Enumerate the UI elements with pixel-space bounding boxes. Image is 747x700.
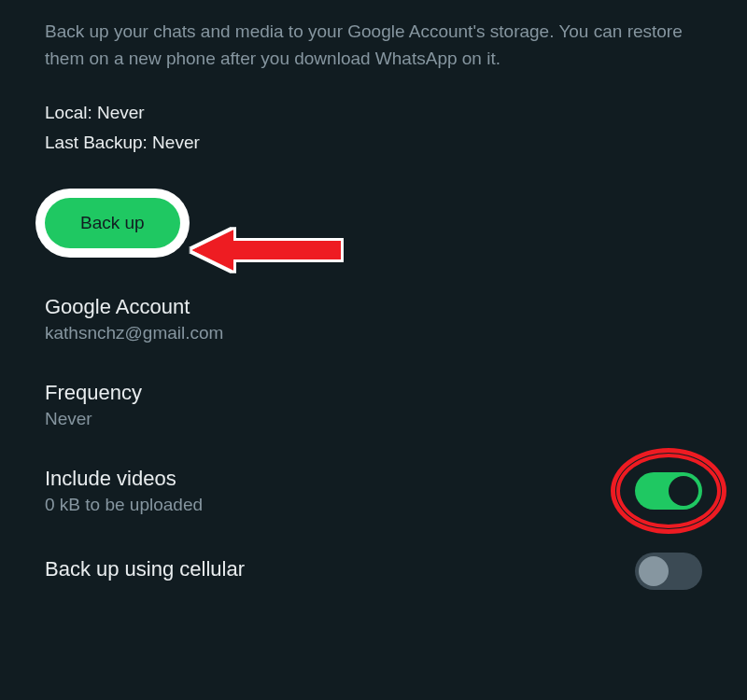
arrow-annotation-icon <box>182 222 350 278</box>
toggle-thumb-icon <box>639 556 669 586</box>
backup-description: Back up your chats and media to your Goo… <box>45 19 702 72</box>
include-videos-row: Include videos 0 kB to be uploaded <box>45 467 702 515</box>
backup-cellular-toggle[interactable] <box>635 553 702 590</box>
backup-cellular-row: Back up using cellular <box>45 553 702 590</box>
include-videos-subtitle: 0 kB to be uploaded <box>45 495 203 515</box>
google-account-row[interactable]: Google Account kathsnchz@gmail.com <box>45 295 702 343</box>
local-backup-status: Local: Never <box>45 98 702 128</box>
include-videos-toggle[interactable] <box>635 472 702 510</box>
svg-marker-0 <box>191 230 341 271</box>
google-account-value: kathsnchz@gmail.com <box>45 323 223 343</box>
backup-button[interactable]: Back up <box>45 198 180 248</box>
frequency-value: Never <box>45 409 142 429</box>
frequency-row[interactable]: Frequency Never <box>45 381 702 429</box>
google-account-title: Google Account <box>45 295 223 319</box>
include-videos-title: Include videos <box>45 467 203 491</box>
frequency-title: Frequency <box>45 381 142 405</box>
toggle-thumb-icon <box>669 476 698 506</box>
backup-cellular-title: Back up using cellular <box>45 557 245 581</box>
last-backup-status: Last Backup: Never <box>45 128 702 158</box>
